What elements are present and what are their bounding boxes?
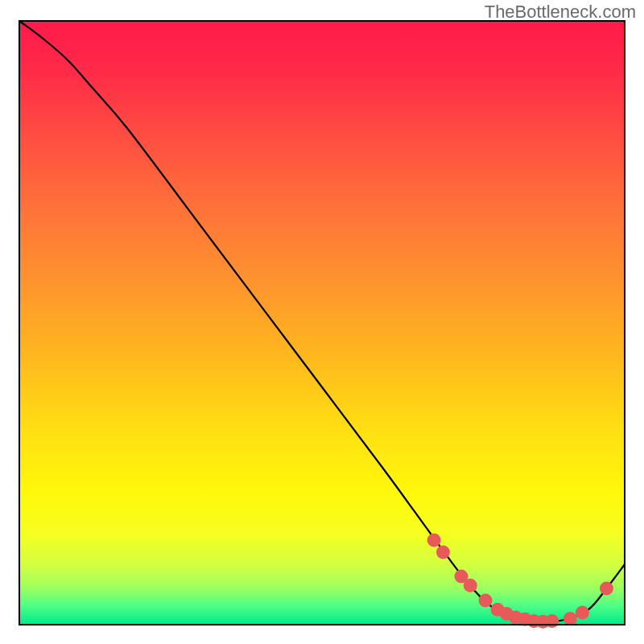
marker-point [479, 594, 493, 608]
attribution-text: TheBottleneck.com [485, 2, 636, 23]
plot-background [19, 21, 625, 625]
marker-point [564, 612, 577, 625]
marker-point [436, 546, 450, 559]
bottleneck-chart [0, 0, 644, 644]
marker-point [545, 614, 559, 628]
marker-point [600, 582, 613, 596]
marker-point [464, 579, 477, 592]
marker-point [576, 606, 589, 620]
marker-point [427, 534, 441, 547]
chart-container: TheBottleneck.com [0, 0, 644, 644]
